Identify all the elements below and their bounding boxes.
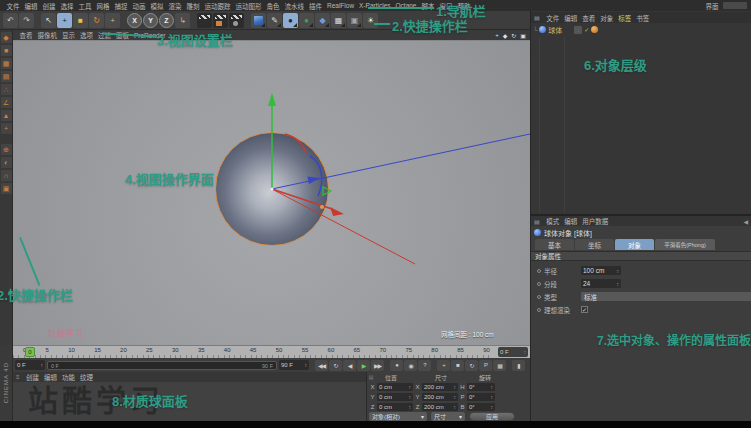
transport-sep2[interactable] xyxy=(432,360,436,371)
anim-dot-icon[interactable] xyxy=(537,282,541,286)
menu-6[interactable]: 捕捉 xyxy=(112,1,130,11)
transport-goto-start[interactable]: ◀◀ xyxy=(315,360,328,371)
tool-lock-y-axis[interactable]: Y xyxy=(143,13,158,28)
type-dropdown[interactable]: 标准 xyxy=(581,292,751,301)
transport-autokeying[interactable]: ◉ xyxy=(404,360,417,371)
phong-tag-icon[interactable] xyxy=(591,26,598,33)
stepper-icon[interactable]: ↕ xyxy=(41,362,44,368)
size-z-field[interactable]: 200 cm↕ xyxy=(422,403,458,411)
stepper-icon[interactable]: ↕ xyxy=(524,349,527,355)
viewport-nav-pan[interactable]: + xyxy=(495,32,499,39)
mode-polygons-mode[interactable]: ▲ xyxy=(1,110,12,121)
vp-menu-0[interactable]: 查看 xyxy=(17,30,35,40)
transport-key-scale[interactable]: ■ xyxy=(451,360,464,371)
om-menu-2[interactable]: 查看 xyxy=(580,13,598,23)
menu-10[interactable]: 雕刻 xyxy=(184,1,202,11)
menu-15[interactable]: 插件 xyxy=(307,1,325,11)
vp-menu-2[interactable]: 显示 xyxy=(60,30,78,40)
position-z-field[interactable]: 0 cm↕ xyxy=(377,403,413,411)
position-x-field[interactable]: 0 cm↕ xyxy=(377,383,413,391)
rotation-p-field[interactable]: 0°↕ xyxy=(467,393,495,401)
transport-record-keyframe[interactable]: ● xyxy=(390,360,403,371)
transport-keyframe-selection[interactable]: ? xyxy=(418,360,431,371)
anim-dot-icon[interactable] xyxy=(537,269,541,273)
om-menu-4[interactable]: 标签 xyxy=(616,13,634,23)
transport-loop[interactable]: ↻ xyxy=(329,360,342,371)
radius-field[interactable]: 100 cm↕ xyxy=(581,266,621,275)
menu-2[interactable]: 创建 xyxy=(40,1,58,11)
size-dropdown[interactable]: 尺寸▾ xyxy=(431,412,465,421)
tool-render-settings[interactable] xyxy=(229,13,244,28)
am-menu-1[interactable]: 编辑 xyxy=(562,216,580,226)
rotation-h-field[interactable]: 0°↕ xyxy=(467,383,495,391)
transport-prev-frame[interactable]: ◀ xyxy=(343,360,356,371)
mode-make-editable[interactable]: ◆ xyxy=(1,32,12,43)
object-row-sphere[interactable]: └ 球体 : ✓ xyxy=(533,24,749,35)
viewport-canvas[interactable]: 网格间距 : 100 cm 站酷学习 xyxy=(13,40,530,345)
rotation-b-field[interactable]: 0°↕ xyxy=(467,403,495,411)
collapse-arrow-icon[interactable]: ◀ xyxy=(743,218,748,225)
tool-scale-tool[interactable]: ■ xyxy=(73,13,88,28)
om-menu-1[interactable]: 编辑 xyxy=(562,13,580,23)
tab-0[interactable]: 基本 xyxy=(535,239,574,250)
frame-range-slider[interactable]: 0 F 90 F xyxy=(47,361,277,370)
tool-undo[interactable]: ↶ xyxy=(3,13,18,28)
mode-workplane-mode[interactable]: ▤ xyxy=(1,71,12,82)
tool-generator[interactable]: ● xyxy=(299,13,314,28)
transport-sep3[interactable] xyxy=(507,360,511,371)
tool-mograph[interactable]: ▦ xyxy=(331,13,346,28)
mode-points-mode[interactable]: ∴ xyxy=(1,84,12,95)
tool-live-selection[interactable]: ↖ xyxy=(41,13,56,28)
anim-dot-icon[interactable] xyxy=(537,308,541,312)
apply-button[interactable]: 应用 xyxy=(469,412,515,421)
om-menu-5[interactable]: 书签 xyxy=(634,13,652,23)
transport-next-frame[interactable]: ▶▶ xyxy=(371,360,384,371)
transport-sep1[interactable] xyxy=(385,360,389,371)
menu-0[interactable]: 文件 xyxy=(4,1,22,11)
viewport-nav-rotate[interactable]: ↻ xyxy=(511,32,516,39)
enable-check-icon[interactable]: ✓ xyxy=(584,26,589,33)
size-x-field[interactable]: 200 cm↕ xyxy=(422,383,458,391)
tool-coordinate-system[interactable]: ↳ xyxy=(175,13,190,28)
attribute-manager-icon[interactable]: ▤ xyxy=(534,218,540,225)
render-perfect-checkbox[interactable] xyxy=(581,306,588,313)
tool-primitive-cube[interactable] xyxy=(251,13,266,28)
menu-14[interactable]: 流水线 xyxy=(282,1,307,11)
menu-3[interactable]: 选择 xyxy=(58,1,76,11)
tool-render-region[interactable] xyxy=(213,13,228,28)
tool-sep-b[interactable] xyxy=(121,13,126,28)
transport-key-position[interactable]: + xyxy=(437,360,450,371)
mode-enable-axis[interactable]: ⊕ xyxy=(1,144,12,155)
tool-sep-c[interactable] xyxy=(191,13,196,28)
menu-19[interactable]: 脚本 xyxy=(419,1,437,11)
tool-sep-d[interactable] xyxy=(245,13,250,28)
transport-key-pla[interactable]: ▦ xyxy=(493,360,506,371)
menu-1[interactable]: 编辑 xyxy=(22,1,40,11)
object-name-label[interactable]: 球体 xyxy=(548,25,562,35)
om-menu-3[interactable]: 对象 xyxy=(598,13,616,23)
mode-snapping[interactable]: ∩ xyxy=(1,170,12,181)
tool-rotate-tool[interactable]: ↻ xyxy=(89,13,104,28)
menu-5[interactable]: 网格 xyxy=(94,1,112,11)
om-menu-0[interactable]: 文件 xyxy=(544,13,562,23)
transport-key-parameter[interactable]: P xyxy=(479,360,492,371)
size-y-field[interactable]: 200 cm↕ xyxy=(422,393,458,401)
transport-play[interactable]: ▶ xyxy=(357,360,370,371)
segments-field[interactable]: 24↕ xyxy=(581,279,621,288)
vp-menu-1[interactable]: 摄像机 xyxy=(35,30,60,40)
tool-redo[interactable]: ↷ xyxy=(19,13,34,28)
tab-1[interactable]: 坐标 xyxy=(575,239,614,250)
menu-8[interactable]: 模拟 xyxy=(148,1,166,11)
tool-last-tool[interactable]: + xyxy=(105,13,120,28)
menu-7[interactable]: 动画 xyxy=(130,1,148,11)
am-menu-0[interactable]: 模式 xyxy=(544,216,562,226)
mode-dropdown[interactable]: 对象(相对)▾ xyxy=(369,412,427,421)
object-manager-icon[interactable]: ▤ xyxy=(534,14,540,21)
anim-dot-icon[interactable] xyxy=(537,295,541,299)
stepper-icon[interactable]: ↕ xyxy=(305,362,308,368)
frame-increment-field[interactable]: 0 F ↕ xyxy=(498,347,528,357)
viewport-nav-zoom[interactable]: ◆ xyxy=(503,32,508,39)
mode-tweak-mode[interactable]: + xyxy=(1,123,12,134)
menu-4[interactable]: 工具 xyxy=(76,1,94,11)
menu-9[interactable]: 渲染 xyxy=(166,1,184,11)
